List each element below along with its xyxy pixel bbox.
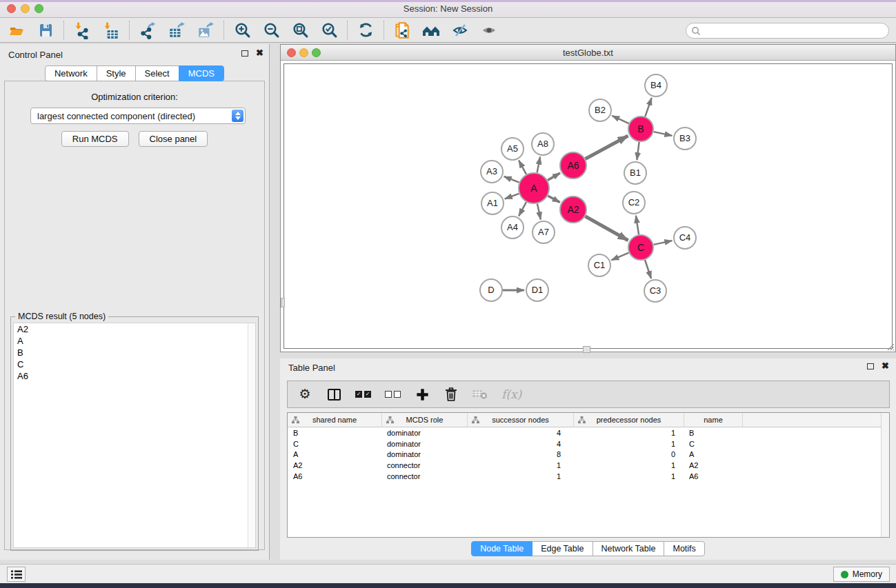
graph-edge-B-B4[interactable]	[645, 98, 651, 116]
create-column-button[interactable]	[415, 386, 430, 403]
graph-edge-B-B2[interactable]	[612, 116, 628, 123]
network-graph[interactable]: B4B2BB3A8A5A6A3B1AA1C2A2A4A7C4CC1C3DD1	[284, 64, 893, 349]
graph-node-A7[interactable]: A7	[532, 221, 555, 243]
graph-node-D[interactable]: D	[480, 279, 502, 301]
show-column-button[interactable]	[326, 386, 341, 403]
search-field[interactable]	[686, 23, 889, 39]
save-session-button[interactable]	[34, 20, 57, 41]
graph-edge-C-C3[interactable]	[645, 260, 651, 278]
table-row[interactable]: Cdominator41C	[288, 438, 889, 449]
tab-mcds[interactable]: MCDS	[179, 65, 224, 81]
run-mcds-button[interactable]: Run MCDS	[61, 131, 129, 147]
graph-edge-B-B1[interactable]	[637, 142, 639, 160]
search-input[interactable]	[701, 26, 888, 36]
function-builder-button[interactable]: f(x)	[501, 386, 521, 403]
memory-button[interactable]: Memory	[833, 567, 890, 582]
tab-network-table[interactable]: Network Table	[593, 541, 665, 556]
import-table-button[interactable]	[100, 20, 122, 41]
graph-node-A8[interactable]: A8	[532, 133, 554, 155]
mcds-result-item[interactable]: C	[14, 358, 255, 370]
zoom-selected-button[interactable]	[318, 20, 340, 41]
window-edge-handle[interactable]	[281, 298, 285, 307]
tab-style[interactable]: Style	[97, 65, 136, 81]
delete-table-button[interactable]	[472, 386, 488, 403]
graph-node-C1[interactable]: C1	[588, 254, 610, 276]
graph-node-A2[interactable]: A2	[560, 196, 586, 223]
eye-hidden-button[interactable]	[449, 20, 471, 41]
zoom-in-button[interactable]	[231, 20, 253, 41]
graph-node-A4[interactable]: A4	[501, 216, 524, 239]
graph-edge-A-A1[interactable]	[505, 194, 519, 199]
graph-node-C4[interactable]: C4	[674, 227, 696, 249]
tab-network[interactable]: Network	[45, 65, 97, 81]
graph-node-B3[interactable]: B3	[674, 128, 696, 150]
mcds-result-item[interactable]: A2	[14, 323, 255, 335]
graph-node-B2[interactable]: B2	[589, 99, 611, 121]
column-header-MCDS-role[interactable]: MCDS role	[381, 413, 467, 427]
select-all-button[interactable]: ✓ ✓	[355, 386, 371, 403]
graph-node-D1[interactable]: D1	[526, 279, 548, 301]
graph-node-A[interactable]: A	[519, 173, 549, 203]
tab-node-table[interactable]: Node Table	[471, 541, 532, 556]
graph-edge-A2-C[interactable]	[585, 216, 628, 241]
graph-edge-C-C2[interactable]	[636, 216, 639, 234]
tab-edge-table[interactable]: Edge Table	[532, 541, 593, 556]
graph-edge-A-A2[interactable]	[548, 196, 560, 203]
network-canvas[interactable]: B4B2BB3A8A5A6A3B1AA1C2A2A4A7C4CC1C3DD1	[283, 63, 893, 349]
graph-node-C2[interactable]: C2	[623, 192, 645, 214]
mcds-result-item[interactable]: A6	[14, 370, 255, 382]
table-scrollbar[interactable]	[881, 413, 889, 537]
column-header-successor-nodes[interactable]: successor nodes	[467, 413, 573, 427]
close-panel-button[interactable]: Close panel	[139, 131, 208, 147]
export-table-button[interactable]	[166, 20, 188, 41]
graph-edge-C-C4[interactable]	[654, 241, 673, 245]
graph-edge-A-A7[interactable]	[537, 204, 541, 220]
mcds-result-item[interactable]: A	[14, 335, 255, 347]
refresh-layout-button[interactable]	[355, 20, 377, 41]
graph-edge-A6-B[interactable]	[586, 136, 628, 159]
tab-motifs[interactable]: Motifs	[664, 541, 704, 556]
mcds-result-list[interactable]: A2ABCA6	[13, 323, 256, 548]
home-pair-button[interactable]	[420, 20, 442, 41]
graph-node-A5[interactable]: A5	[501, 138, 524, 160]
table-panel-close-icon[interactable]: ✖	[882, 363, 889, 369]
network-from-document-button[interactable]	[391, 20, 413, 41]
tab-select[interactable]: Select	[135, 65, 179, 81]
graph-edge-B-B3[interactable]	[654, 132, 673, 136]
graph-edge-C-C1[interactable]	[611, 253, 628, 261]
graph-node-A1[interactable]: A1	[481, 192, 504, 214]
window-edge-handle[interactable]	[583, 346, 590, 353]
column-header-shared-name[interactable]: shared name	[288, 413, 381, 427]
graph-node-B4[interactable]: B4	[645, 74, 667, 97]
resize-grip-icon[interactable]	[885, 341, 895, 351]
main-window-titlebar[interactable]: Session: New Session	[0, 0, 896, 18]
mcds-list-scrollbar[interactable]	[248, 323, 255, 547]
optimization-criterion-select[interactable]: largest connected component (directed)	[30, 108, 246, 124]
show-tasks-button[interactable]	[7, 567, 26, 582]
zoom-out-button[interactable]	[260, 20, 282, 41]
graph-edge-A-A4[interactable]	[519, 202, 526, 216]
graph-edge-A-A8[interactable]	[537, 157, 541, 173]
graph-node-B[interactable]: B	[628, 116, 653, 141]
eye-shown-button[interactable]	[478, 20, 500, 41]
table-mode-gear-button[interactable]: ⚙	[297, 386, 312, 403]
graph-node-A6[interactable]: A6	[560, 152, 586, 179]
import-network-button[interactable]	[71, 20, 93, 41]
table-row[interactable]: A6connector11A6	[288, 471, 889, 482]
network-window-titlebar[interactable]: testGlobe.txt	[281, 45, 895, 61]
delete-column-button[interactable]	[444, 386, 459, 403]
graph-edge-A-A5[interactable]	[519, 161, 526, 174]
table-row[interactable]: Adominator80A	[288, 449, 889, 460]
graph-node-C3[interactable]: C3	[644, 280, 666, 302]
column-header-name[interactable]: name	[684, 413, 742, 427]
table-panel-float-icon[interactable]	[867, 363, 874, 369]
unselect-all-button[interactable]	[385, 386, 401, 403]
mcds-result-item[interactable]: B	[14, 347, 255, 358]
table-row[interactable]: Bdominator41B	[288, 427, 889, 438]
graph-edge-A-A3[interactable]	[504, 176, 519, 183]
control-panel-float-icon[interactable]	[241, 50, 248, 57]
graph-node-B1[interactable]: B1	[624, 162, 646, 184]
control-panel-close-icon[interactable]: ✖	[256, 50, 263, 57]
column-header-predecessor-nodes[interactable]: predecessor nodes	[573, 413, 684, 427]
export-image-button[interactable]	[195, 20, 217, 41]
